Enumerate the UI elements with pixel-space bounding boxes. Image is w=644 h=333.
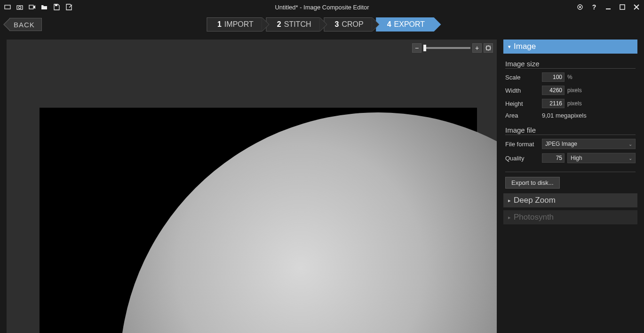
chevron-down-icon: ⌄	[628, 156, 632, 161]
format-select[interactable]: JPEG Image ⌄	[542, 139, 636, 149]
zoom-controls: − +	[412, 43, 493, 53]
help-icon[interactable]: ?	[590, 3, 598, 11]
svg-rect-0	[5, 5, 10, 9]
format-label: File format	[505, 141, 542, 148]
chevron-right-icon: ▸	[508, 198, 511, 204]
svg-rect-4	[55, 4, 57, 6]
preview-canvas[interactable]: − +	[7, 40, 497, 333]
maximize-icon[interactable]	[619, 3, 626, 11]
export-to-disk-button[interactable]: Export to disk...	[505, 177, 560, 189]
svg-rect-11	[486, 46, 490, 50]
chevron-down-icon: ⌄	[628, 142, 632, 147]
quality-preset-select[interactable]: High ⌄	[567, 153, 636, 163]
step-stitch[interactable]: 2STITCH	[266, 17, 320, 32]
svg-point-2	[19, 7, 21, 9]
step-crop[interactable]: 3CROP	[324, 17, 372, 32]
section-image-file: Image file	[505, 126, 636, 135]
step-export[interactable]: 4EXPORT	[376, 17, 434, 32]
zoom-out-button[interactable]: −	[412, 43, 421, 53]
width-unit: pixels	[567, 87, 582, 94]
panel-header-deepzoom[interactable]: ▸ Deep Zoom	[503, 193, 637, 207]
titlebar: Untitled* - Image Composite Editor ?	[0, 0, 644, 14]
quality-preset-value: High	[571, 155, 582, 161]
step-bar: BACK 1IMPORT 2STITCH 3CROP 4EXPORT	[0, 14, 644, 35]
zoom-fit-button[interactable]	[484, 43, 493, 53]
chevron-down-icon: ▾	[508, 44, 511, 50]
width-label: Width	[505, 87, 542, 94]
panel-header-deepzoom-label: Deep Zoom	[514, 196, 556, 205]
window-title: Untitled* - Image Composite Editor	[275, 4, 369, 11]
chevron-right-icon: ▸	[508, 214, 511, 221]
minimize-icon[interactable]	[604, 3, 612, 11]
new-panorama-icon[interactable]	[4, 3, 11, 11]
save-as-icon[interactable]	[65, 3, 72, 11]
back-button[interactable]: BACK	[9, 18, 42, 31]
step-import[interactable]: 1IMPORT	[207, 17, 262, 32]
scale-label: Scale	[505, 74, 542, 81]
right-panel: ▾ Image Image size Scale % Width pixels …	[503, 40, 637, 333]
scale-input[interactable]	[542, 72, 564, 82]
panel-body-image: Image size Scale % Width pixels Height p…	[503, 56, 637, 190]
panel-header-photosynth[interactable]: ▸ Photosynth	[503, 210, 637, 224]
svg-rect-8	[620, 5, 625, 9]
new-from-video-icon[interactable]	[28, 3, 36, 11]
height-input[interactable]	[542, 99, 564, 108]
panel-header-image-label: Image	[514, 42, 536, 51]
height-label: Height	[505, 100, 542, 107]
save-icon[interactable]	[53, 3, 60, 11]
open-icon[interactable]	[40, 3, 48, 11]
panorama-preview	[40, 108, 477, 333]
section-image-size: Image size	[505, 59, 636, 69]
height-unit: pixels	[567, 100, 582, 107]
zoom-in-button[interactable]: +	[472, 43, 482, 53]
svg-rect-3	[29, 5, 33, 9]
area-value: 9,01 megapixels	[542, 112, 587, 119]
quality-input[interactable]	[542, 153, 564, 163]
quality-label: Quality	[505, 155, 542, 162]
close-icon[interactable]	[633, 3, 640, 11]
panel-header-image[interactable]: ▾ Image	[503, 40, 637, 54]
width-input[interactable]	[542, 86, 564, 95]
new-from-camera-icon[interactable]	[16, 3, 24, 11]
format-value: JPEG Image	[545, 141, 577, 147]
scale-unit: %	[567, 74, 572, 80]
zoom-slider[interactable]	[423, 47, 470, 49]
panel-header-photosynth-label: Photosynth	[514, 213, 554, 222]
svg-point-6	[579, 6, 581, 8]
area-label: Area	[505, 112, 542, 119]
gear-icon[interactable]	[576, 3, 584, 11]
